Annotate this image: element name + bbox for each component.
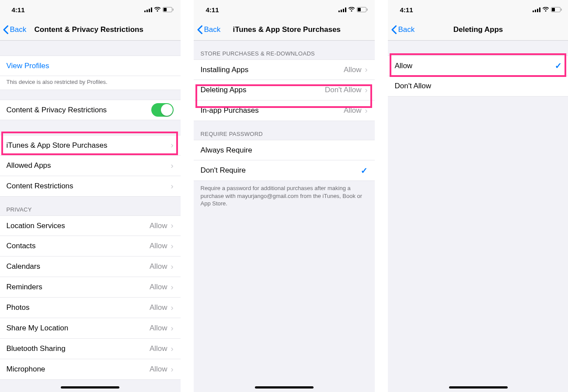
nav-bar: Back Deleting Apps	[388, 19, 568, 41]
wifi-icon	[542, 7, 549, 12]
svg-rect-3	[151, 7, 152, 12]
privacy-label: Photos	[7, 303, 150, 312]
privacy-row-bluetooth[interactable]: Bluetooth Sharing Allow ›	[0, 339, 181, 359]
battery-icon	[163, 7, 174, 12]
status-bar: 4:11	[388, 0, 568, 19]
privacy-value: Allow	[150, 344, 167, 353]
home-indicator[interactable]	[449, 386, 508, 389]
itunes-purchases-row[interactable]: iTunes & App Store Purchases ›	[0, 135, 181, 156]
privacy-row-microphone[interactable]: Microphone Allow ›	[0, 359, 181, 380]
inapp-label: In-app Purchases	[201, 106, 344, 115]
dont-require-row[interactable]: Don't Require ✓	[194, 160, 375, 181]
chevron-right-icon: ›	[365, 106, 368, 115]
installing-apps-row[interactable]: Installing Apps Allow ›	[194, 59, 375, 80]
privacy-label: Contacts	[7, 242, 150, 250]
svg-rect-16	[537, 9, 538, 12]
svg-rect-14	[533, 10, 534, 12]
wifi-icon	[154, 7, 161, 12]
privacy-label: Calendars	[7, 262, 150, 271]
status-time: 4:11	[206, 6, 219, 14]
content-restrictions-label: Content Restrictions	[7, 182, 171, 191]
svg-rect-15	[535, 10, 536, 12]
svg-rect-9	[343, 9, 344, 12]
dont-allow-row[interactable]: Don't Allow	[388, 76, 568, 97]
profiles-hint: This device is also restricted by Profil…	[0, 76, 181, 90]
privacy-label: Bluetooth Sharing	[7, 344, 150, 353]
battery-icon	[357, 7, 368, 12]
privacy-row-contacts[interactable]: Contacts Allow ›	[0, 236, 181, 257]
status-indicators	[338, 7, 368, 12]
home-indicator[interactable]	[61, 386, 119, 389]
page-title: Content & Privacy Restrictions	[0, 25, 181, 34]
svg-rect-12	[358, 8, 361, 11]
privacy-row-calendars[interactable]: Calendars Allow ›	[0, 257, 181, 277]
screen-content-privacy: 4:11 Back Content & Privacy Restrictions…	[0, 0, 181, 392]
inapp-purchases-row[interactable]: In-app Purchases Allow ›	[194, 101, 375, 121]
privacy-value: Allow	[150, 283, 167, 291]
svg-rect-2	[149, 9, 150, 12]
status-bar: 4:11	[0, 0, 181, 19]
content-privacy-toggle[interactable]	[151, 103, 174, 117]
dont-allow-label: Don't Allow	[395, 82, 562, 90]
allow-label: Allow	[395, 62, 555, 70]
itunes-purchases-label: iTunes & App Store Purchases	[7, 141, 171, 150]
svg-rect-20	[561, 9, 562, 11]
chevron-right-icon: ›	[171, 242, 174, 251]
status-indicators	[533, 7, 562, 12]
require-header: Require Password	[194, 121, 375, 140]
svg-rect-6	[173, 9, 174, 11]
privacy-value: Allow	[150, 365, 167, 374]
privacy-value: Allow	[150, 242, 167, 250]
always-require-label: Always Require	[201, 146, 368, 155]
svg-rect-1	[146, 10, 148, 12]
store-header: Store Purchases & Re-downloads	[194, 41, 375, 59]
checkmark-icon: ✓	[361, 166, 368, 176]
privacy-row-reminders[interactable]: Reminders Allow ›	[0, 277, 181, 298]
chevron-right-icon: ›	[171, 283, 174, 292]
privacy-row-photos[interactable]: Photos Allow ›	[0, 298, 181, 318]
chevron-right-icon: ›	[171, 182, 174, 191]
checkmark-icon: ✓	[555, 61, 562, 71]
view-profiles-row[interactable]: View Profiles	[0, 56, 181, 76]
privacy-row-location[interactable]: Location Services Allow ›	[0, 215, 181, 236]
privacy-row-share-location[interactable]: Share My Location Allow ›	[0, 318, 181, 339]
dont-require-label: Don't Require	[201, 166, 361, 175]
chevron-right-icon: ›	[365, 65, 368, 74]
nav-bar: Back Content & Privacy Restrictions	[0, 19, 181, 41]
chevron-right-icon: ›	[171, 141, 174, 150]
chevron-right-icon: ›	[171, 344, 174, 354]
svg-rect-17	[539, 7, 540, 12]
always-require-row[interactable]: Always Require	[194, 140, 375, 160]
content-restrictions-row[interactable]: Content Restrictions ›	[0, 176, 181, 197]
svg-rect-0	[144, 10, 146, 12]
privacy-label: Location Services	[7, 222, 150, 230]
chevron-right-icon: ›	[171, 303, 174, 312]
deleting-apps-row[interactable]: Deleting Apps Don't Allow ›	[194, 80, 375, 101]
privacy-label: Share My Location	[7, 324, 150, 333]
page-title: iTunes & App Store Purchases	[194, 25, 375, 34]
wifi-icon	[348, 7, 355, 12]
cellular-icon	[338, 7, 346, 12]
chevron-right-icon: ›	[171, 324, 174, 333]
svg-rect-8	[341, 10, 342, 12]
svg-rect-13	[367, 9, 368, 11]
allowed-apps-label: Allowed Apps	[7, 161, 171, 170]
svg-rect-19	[552, 8, 555, 11]
chevron-right-icon: ›	[365, 86, 368, 95]
require-footer: Require a password for additional purcha…	[194, 181, 375, 211]
screen-deleting-apps: 4:11 Back Deleting Apps Allow ✓ Don't Al…	[388, 0, 568, 392]
privacy-value: Allow	[150, 324, 167, 333]
svg-rect-5	[164, 8, 167, 11]
privacy-label: Microphone	[7, 365, 150, 374]
status-indicators	[144, 7, 174, 12]
chevron-right-icon: ›	[171, 365, 174, 374]
allow-row[interactable]: Allow ✓	[388, 56, 568, 76]
status-time: 4:11	[400, 6, 413, 14]
home-indicator[interactable]	[255, 386, 314, 389]
battery-icon	[551, 7, 562, 12]
allowed-apps-row[interactable]: Allowed Apps ›	[0, 156, 181, 176]
installing-apps-value: Allow	[344, 66, 362, 74]
content-privacy-toggle-row[interactable]: Content & Privacy Restrictions	[0, 100, 181, 120]
inapp-value: Allow	[344, 106, 362, 115]
privacy-label: Reminders	[7, 283, 150, 291]
